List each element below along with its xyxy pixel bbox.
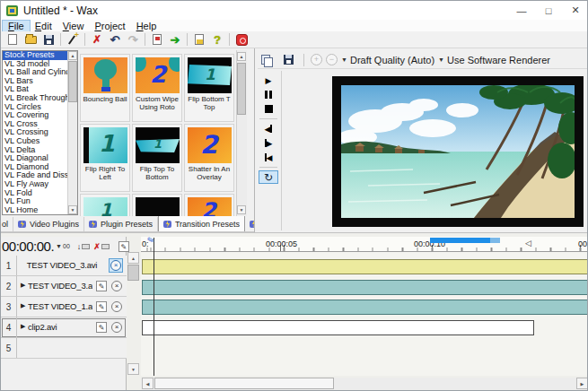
undo-button[interactable]: ↶ [106,32,124,48]
tab-partial[interactable]: ol [1,217,13,231]
zoom-out-button[interactable]: − [326,54,338,65]
copy-frame-button[interactable] [258,52,276,67]
menu-file[interactable]: File [3,21,30,31]
tab-plugin-presets[interactable]: Plugin Presets [84,217,158,231]
preset-list-item[interactable]: VL Crossing [3,128,67,137]
track-row-1[interactable]: 1 TEST VIDEO_3.avi × [1,256,127,276]
tab-partial-icon[interactable] [245,217,254,231]
preset-list-item[interactable]: VL Home [3,206,67,215]
remove-icon[interactable]: × [111,301,122,312]
preset-list-item[interactable]: VL Fold [3,189,67,198]
renderer-dropdown[interactable]: ▼ Use Software Renderer [438,55,550,65]
clip-bar-track2[interactable] [142,280,588,295]
properties-button[interactable] [190,32,208,48]
pause-button[interactable] [259,88,278,101]
scroll-down-icon[interactable]: ▼ [127,363,139,375]
record-button[interactable] [233,32,250,48]
scrollbar-thumb[interactable] [154,378,334,389]
project-end-marker-icon[interactable]: ◁ [525,239,531,248]
preset-list-item[interactable]: VL Liquid [3,214,67,215]
transition-cell-flip-right[interactable]: 1 Flip Right To Left [80,124,130,192]
clip-properties-icon[interactable]: ✎ [96,301,107,312]
transition-cell-bouncing-ball[interactable]: Bouncing Ball [80,54,130,122]
expand-icon[interactable]: ▶ [21,282,25,289]
save-frame-button[interactable] [279,52,297,67]
transition-cell-partial[interactable] [132,194,182,216]
delete-track-button[interactable]: ✗ [92,240,111,252]
scroll-up-icon[interactable]: ▲ [68,51,77,60]
preset-list-item[interactable]: VL Bars [3,77,67,86]
scrollbar-thumb[interactable] [127,265,139,281]
playhead-line[interactable] [154,238,154,376]
tool-wand-button[interactable] [64,32,82,48]
track-row-4[interactable]: 4 ▶ clip2.avi ✎ × [1,317,127,338]
render-project-button[interactable] [148,32,166,48]
preset-list-item[interactable]: VL Diagonal [3,154,67,163]
track-row-5[interactable]: 5 [1,338,127,359]
track-row-3[interactable]: 3 ▶ TEST VIDEO_1.avi ✎ × [1,297,127,317]
close-button[interactable]: ✕ [562,1,588,20]
transition-cell-partial[interactable]: 1 [80,194,130,216]
scroll-right-icon[interactable]: ▶ [576,378,588,389]
scroll-up-icon[interactable]: ▲ [127,252,139,264]
timeline-horizontal-scrollbar[interactable]: ◀ ▶ [141,378,588,390]
preset-list-item[interactable]: VL Fade and Diss [3,171,67,180]
clip-bar-track3[interactable] [142,300,588,315]
menu-edit[interactable]: Edit [30,21,57,31]
scrollbar-thumb[interactable] [68,61,77,102]
step-forward-button[interactable]: ▶ [259,136,278,150]
step-back-button[interactable]: ◀ [259,122,278,135]
menu-view[interactable]: View [57,21,90,31]
quality-dropdown[interactable]: ▼ Draft Quality (Auto) [341,55,434,65]
transition-cell-shatter[interactable]: 2 Shatter In An Overlay [184,124,234,192]
go-render-button[interactable]: ➔ [166,32,184,48]
transition-cell-custom-wipe[interactable]: 2 Custom Wipe Using Roto [132,54,182,122]
remove-icon[interactable]: × [111,281,122,291]
zoom-in-button[interactable]: + [311,54,322,65]
preset-list-item[interactable]: VL Ball and Cylind [3,68,67,77]
preset-list-item[interactable]: VL Delta [3,146,67,155]
timeline-ruler[interactable]: 0: 00:00:05 00:00:10 00: ◁ [141,237,588,252]
stop-button[interactable] [259,102,278,116]
maximize-button[interactable]: □ [535,1,562,20]
open-project-button[interactable] [22,32,39,48]
scroll-left-icon[interactable]: ◀ [142,378,154,389]
clip-properties-icon[interactable]: ✎ [96,322,107,333]
timeline-lanes[interactable] [141,252,588,376]
scroll-up-icon[interactable]: ▲ [237,52,246,61]
clip-properties-icon[interactable]: ✎ [96,281,107,291]
preset-list-item[interactable]: VL Circles [3,103,67,112]
scroll-down-icon[interactable]: ▼ [68,205,77,214]
expand-icon[interactable]: ▶ [21,323,25,330]
preset-list-item[interactable]: Stock Presets [3,51,67,60]
clip-bar-track4[interactable] [142,320,534,335]
save-project-button[interactable] [39,32,57,48]
expand-icon[interactable]: ▶ [21,302,25,309]
timeline-vertical-scrollbar[interactable]: ▲ ▼ [127,252,140,391]
preset-list-item[interactable]: VL Break Through [3,94,67,103]
remove-icon[interactable]: × [111,322,122,333]
help-button[interactable]: ? [208,32,226,48]
preset-list-item[interactable]: VL Cross [3,120,67,129]
tab-video-plugins[interactable]: Video Plugins [13,217,84,231]
menu-help[interactable]: Help [131,21,162,31]
new-project-button[interactable] [4,32,22,48]
transition-cell-flip-bottom[interactable]: 1 Flip Bottom T Top [184,54,234,122]
preset-list-scrollbar[interactable]: ▲ ▼ [67,51,77,214]
preset-list-item[interactable]: VL Fly Away [3,180,67,189]
preset-list-item[interactable]: VL Cubes [3,137,67,146]
redo-button[interactable]: ↷ [124,32,142,48]
transitions-scrollbar[interactable]: ▲ ▼ [236,50,247,216]
play-button[interactable]: ▶ [259,74,278,87]
menu-project[interactable]: Project [89,21,130,31]
preset-list-item[interactable]: VL 3d model [3,60,67,69]
transition-cell-flip-top[interactable]: 1 Flip Top To Bottom [132,124,182,192]
track-row-2[interactable]: 2 ▶ TEST VIDEO_3.avi ✎ × [1,276,127,297]
transition-cell-partial[interactable]: 2 [184,194,234,216]
preset-list-item[interactable]: VL Diamond [3,163,67,172]
loop-button[interactable]: ↻ [259,170,278,184]
delete-button[interactable]: ✗ [88,32,106,48]
timecode-chevron-icon[interactable]: ▼ [56,243,62,249]
scrollbar-thumb[interactable] [237,63,246,115]
go-to-start-button[interactable]: ◀ [259,151,278,164]
